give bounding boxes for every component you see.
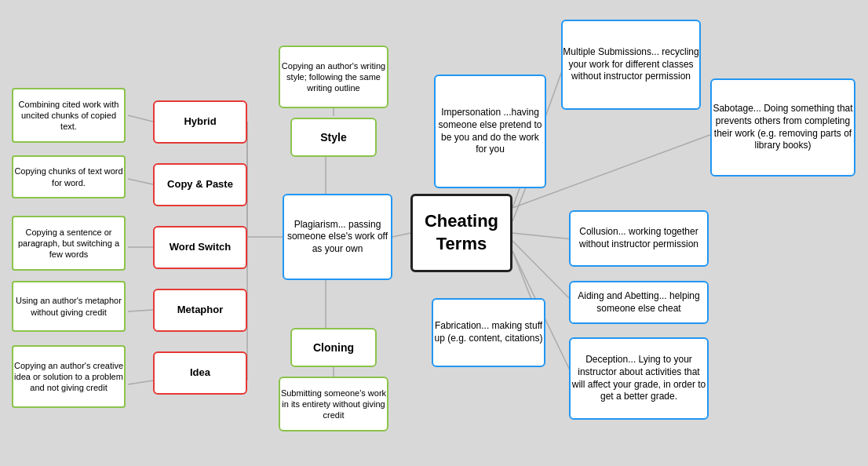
collusion-node: Collusion... working together without in… bbox=[569, 210, 709, 267]
wordswitch-desc-node: Copying a sentence or paragraph, but swi… bbox=[12, 216, 126, 271]
svg-line-18 bbox=[128, 380, 153, 384]
hybrid-desc-label: Combining cited work with uncited chunks… bbox=[13, 99, 124, 133]
plagiarism-label: Plagiarism... passing someone else's wor… bbox=[284, 219, 391, 256]
svg-line-29 bbox=[512, 233, 573, 239]
style-desc-node: Copying an author's writing style; follo… bbox=[279, 46, 388, 108]
copy-paste-label: Copy & Paste bbox=[167, 178, 233, 191]
svg-line-15 bbox=[128, 179, 153, 184]
plagiarism-node: Plagiarism... passing someone else's wor… bbox=[283, 194, 392, 280]
sabotage-node: Sabotage... Doing something that prevent… bbox=[710, 78, 855, 177]
cloning-node: Cloning bbox=[290, 328, 377, 367]
style-node: Style bbox=[290, 118, 377, 157]
center-label: Cheating Terms bbox=[413, 210, 510, 255]
copy-desc-node: Copying chunks of text word for word. bbox=[12, 155, 126, 198]
wordswitch-desc-label: Copying a sentence or paragraph, but swi… bbox=[13, 227, 124, 260]
sabotage-label: Sabotage... Doing something that prevent… bbox=[712, 103, 854, 151]
idea-desc-node: Copying an author's creative idea or sol… bbox=[12, 345, 126, 408]
aiding-label: Aiding and Abetting... helping someone e… bbox=[571, 290, 707, 315]
cloning-label: Cloning bbox=[313, 340, 354, 355]
style-desc-label: Copying an author's writing style; follo… bbox=[280, 60, 387, 94]
center-node: Cheating Terms bbox=[410, 194, 512, 272]
hybrid-node: Hybrid bbox=[153, 100, 247, 144]
metaphor-node: Metaphor bbox=[153, 289, 247, 332]
metaphor-desc-label: Using an author's metaphor without givin… bbox=[13, 295, 124, 318]
idea-label: Idea bbox=[190, 366, 210, 380]
impersonation-label: Impersonation ...having someone else pre… bbox=[436, 107, 545, 155]
style-label: Style bbox=[320, 130, 346, 144]
mind-map-diagram: Cheating Terms Plagiarism... passing som… bbox=[0, 0, 868, 466]
metaphor-desc-node: Using an author's metaphor without givin… bbox=[12, 281, 126, 332]
deception-node: Deception... Lying to your instructor ab… bbox=[569, 337, 709, 420]
metaphor-label: Metaphor bbox=[177, 304, 224, 317]
copy-paste-node: Copy & Paste bbox=[153, 163, 247, 206]
fabrication-label: Fabrication... making stuff up (e.g. con… bbox=[433, 320, 544, 344]
word-switch-node: Word Switch bbox=[153, 226, 247, 269]
fabrication-node: Fabrication... making stuff up (e.g. con… bbox=[432, 298, 545, 367]
copy-desc-label: Copying chunks of text word for word. bbox=[13, 166, 124, 188]
svg-line-17 bbox=[128, 310, 153, 311]
svg-line-14 bbox=[128, 115, 153, 122]
cloning-desc-node: Submitting someone's work in its entiret… bbox=[279, 377, 388, 431]
impersonation-node: Impersonation ...having someone else pre… bbox=[434, 75, 546, 188]
svg-line-0 bbox=[392, 233, 410, 237]
hybrid-desc-node: Combining cited work with uncited chunks… bbox=[12, 88, 126, 143]
hybrid-label: Hybrid bbox=[184, 115, 216, 129]
aiding-node: Aiding and Abetting... helping someone e… bbox=[569, 281, 709, 324]
multiple-submissions-node: Multiple Submissions... recycling your w… bbox=[561, 20, 701, 110]
word-switch-label: Word Switch bbox=[170, 241, 231, 254]
deception-label: Deception... Lying to your instructor ab… bbox=[571, 354, 707, 402]
idea-node: Idea bbox=[153, 351, 247, 395]
idea-desc-label: Copying an author's creative idea or sol… bbox=[13, 360, 124, 394]
collusion-label: Collusion... working together without in… bbox=[571, 226, 707, 250]
svg-line-30 bbox=[512, 241, 573, 302]
multiple-submissions-label: Multiple Submissions... recycling your w… bbox=[563, 46, 699, 83]
cloning-desc-label: Submitting someone's work in its entiret… bbox=[280, 388, 387, 421]
